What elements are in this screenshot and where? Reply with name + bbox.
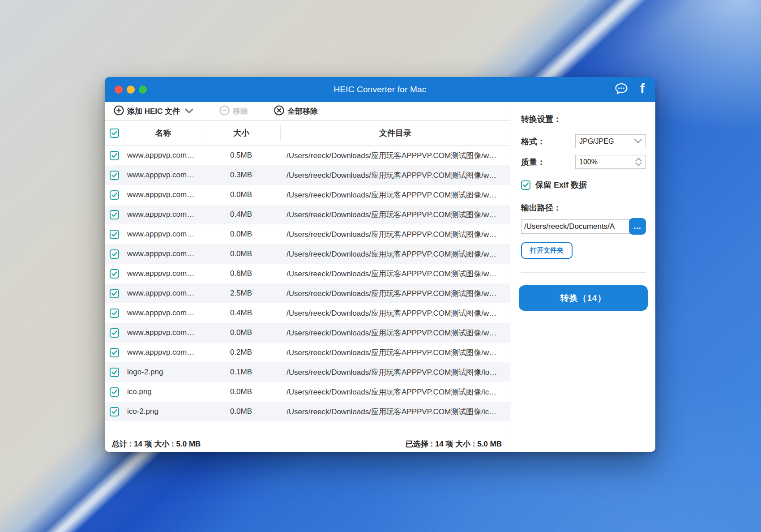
file-name: ico-2.png — [124, 407, 202, 416]
file-size: 0.5MB — [202, 151, 280, 160]
quality-label: 质量： — [521, 157, 545, 167]
status-bar: 总计 : 14 项 大小 : 5.0 MB 已选择 : 14 项 大小 : 5.… — [105, 436, 510, 452]
table-row[interactable]: www.apppvp.com… 0.0MB /Users/reeck/Downl… — [105, 244, 510, 264]
file-size: 0.4MB — [202, 210, 280, 219]
file-name: logo-2.png — [124, 368, 202, 377]
table-row[interactable]: www.apppvp.com… 0.4MB /Users/reeck/Downl… — [105, 303, 510, 323]
stepper-arrows-icon[interactable] — [635, 158, 642, 166]
table-row[interactable]: www.apppvp.com… 2.5MB /Users/reeck/Downl… — [105, 283, 510, 303]
row-checkbox[interactable] — [110, 230, 119, 239]
minimize-button[interactable] — [127, 86, 135, 94]
convert-button[interactable]: 转换（14） — [519, 285, 648, 311]
file-path: /Users/reeck/Downloads/应用玩客APPPVP.COM测试图… — [280, 328, 510, 338]
file-name: www.apppvp.com… — [124, 328, 202, 337]
app-window: HEIC Converter for Mac f — [105, 77, 655, 452]
row-checkbox[interactable] — [110, 387, 119, 397]
format-label: 格式： — [521, 136, 545, 147]
row-checkbox[interactable] — [110, 249, 119, 259]
file-path: /Users/reeck/Downloads/应用玩客APPPVP.COM测试图… — [280, 348, 510, 358]
file-path: /Users/reeck/Downloads/应用玩客APPPVP.COM测试图… — [280, 229, 510, 240]
row-checkbox[interactable] — [110, 368, 119, 377]
file-path: /Users/reeck/Downloads/应用玩客APPPVP.COM测试图… — [280, 288, 510, 299]
file-size: 0.4MB — [202, 309, 280, 317]
row-checkbox[interactable] — [110, 407, 119, 416]
remove-all-label: 全部移除 — [287, 106, 318, 116]
row-checkbox[interactable] — [110, 190, 119, 200]
file-name: www.apppvp.com… — [124, 309, 202, 317]
file-size: 0.1MB — [202, 368, 280, 377]
file-size: 0.0MB — [202, 387, 280, 396]
remove-all-button[interactable]: 全部移除 — [274, 105, 318, 118]
file-size: 2.5MB — [202, 289, 280, 298]
desktop-background: HEIC Converter for Mac f — [0, 0, 761, 532]
remove-button[interactable]: 移除 — [219, 105, 248, 118]
file-path: /Users/reeck/Downloads/应用玩客APPPVP.COM测试图… — [280, 407, 510, 417]
window-title: HEIC Converter for Mac — [105, 85, 655, 94]
fullscreen-button[interactable] — [139, 86, 147, 94]
table-row[interactable]: logo-2.png 0.1MB /Users/reeck/Downloads/… — [105, 362, 510, 382]
row-checkbox[interactable] — [110, 269, 119, 279]
browse-button[interactable]: … — [629, 218, 646, 235]
x-circle-icon — [274, 105, 284, 118]
table-row[interactable]: www.apppvp.com… 0.5MB /Users/reeck/Downl… — [105, 146, 510, 165]
feedback-bubble-icon[interactable] — [614, 82, 628, 97]
facebook-icon[interactable]: f — [640, 82, 645, 95]
file-name: www.apppvp.com… — [124, 230, 202, 239]
table-row[interactable]: ico-2.png 0.0MB /Users/reeck/Downloads/应… — [105, 402, 510, 421]
header-name[interactable]: 名称 — [124, 125, 202, 141]
exif-label: 保留 Exif 数据 — [535, 180, 587, 190]
chevron-down-icon — [634, 137, 642, 146]
traffic-lights — [115, 77, 147, 102]
file-path: /Users/reeck/Downloads/应用玩客APPPVP.COM测试图… — [280, 190, 510, 200]
file-path: /Users/reeck/Downloads/应用玩客APPPVP.COM测试图… — [280, 210, 510, 220]
titlebar: HEIC Converter for Mac f — [105, 77, 655, 102]
file-list-pane: 添加 HEIC 文件 — [105, 102, 510, 452]
open-folder-button[interactable]: 打开文件夹 — [521, 242, 573, 259]
select-all-checkbox[interactable] — [110, 129, 119, 138]
header-path[interactable]: 文件目录 — [280, 125, 510, 141]
file-table-body: www.apppvp.com… 0.5MB /Users/reeck/Downl… — [105, 146, 510, 436]
file-name: www.apppvp.com… — [124, 151, 202, 160]
table-row[interactable]: www.apppvp.com… 0.6MB /Users/reeck/Downl… — [105, 264, 510, 283]
status-selected: 已选择 : 14 项 大小 : 5.0 MB — [406, 439, 502, 449]
row-checkbox[interactable] — [110, 210, 119, 219]
table-row[interactable]: www.apppvp.com… 0.0MB /Users/reeck/Downl… — [105, 185, 510, 205]
add-heic-button[interactable]: 添加 HEIC 文件 — [114, 105, 193, 118]
status-total: 总计 : 14 项 大小 : 5.0 MB — [112, 439, 201, 449]
file-size: 0.0MB — [202, 328, 280, 337]
file-name: www.apppvp.com… — [124, 269, 202, 278]
chevron-down-icon — [185, 107, 193, 116]
file-path: /Users/reeck/Downloads/应用玩客APPPVP.COM测试图… — [280, 170, 510, 180]
output-path-label: 输出路径： — [521, 202, 646, 213]
file-name: www.apppvp.com… — [124, 249, 202, 258]
settings-pane: 转换设置： 格式： JPG/JPEG 质量： — [510, 102, 655, 452]
plus-circle-icon — [114, 105, 124, 118]
toolbar: 添加 HEIC 文件 — [105, 102, 510, 121]
file-size: 0.0MB — [202, 407, 280, 416]
row-checkbox[interactable] — [110, 348, 119, 357]
table-row[interactable]: www.apppvp.com… 0.0MB /Users/reeck/Downl… — [105, 323, 510, 343]
row-checkbox[interactable] — [110, 151, 119, 160]
file-path: /Users/reeck/Downloads/应用玩客APPPVP.COM测试图… — [280, 249, 510, 259]
row-checkbox[interactable] — [110, 328, 119, 338]
row-checkbox[interactable] — [110, 309, 119, 318]
output-path-field[interactable]: /Users/reeck/Documents/A — [521, 219, 630, 234]
exif-checkbox[interactable] — [521, 180, 530, 190]
table-row[interactable]: www.apppvp.com… 0.4MB /Users/reeck/Downl… — [105, 205, 510, 224]
row-checkbox[interactable] — [110, 171, 119, 180]
table-header: 名称 大小 文件目录 — [105, 121, 510, 146]
table-row[interactable]: www.apppvp.com… 0.3MB /Users/reeck/Downl… — [105, 165, 510, 185]
quality-stepper[interactable]: 100% — [575, 155, 646, 169]
format-select[interactable]: JPG/JPEG — [575, 134, 646, 148]
table-row[interactable]: www.apppvp.com… 0.0MB /Users/reeck/Downl… — [105, 224, 510, 244]
file-size: 0.0MB — [202, 230, 280, 239]
remove-label: 移除 — [233, 106, 248, 116]
table-row[interactable]: ico.png 0.0MB /Users/reeck/Downloads/应用玩… — [105, 382, 510, 402]
minus-circle-icon — [219, 105, 230, 118]
row-checkbox[interactable] — [110, 289, 119, 298]
file-name: www.apppvp.com… — [124, 171, 202, 180]
table-row[interactable]: www.apppvp.com… 0.2MB /Users/reeck/Downl… — [105, 343, 510, 362]
close-button[interactable] — [115, 86, 123, 94]
header-size[interactable]: 大小 — [202, 125, 280, 141]
format-value: JPG/JPEG — [579, 137, 614, 146]
